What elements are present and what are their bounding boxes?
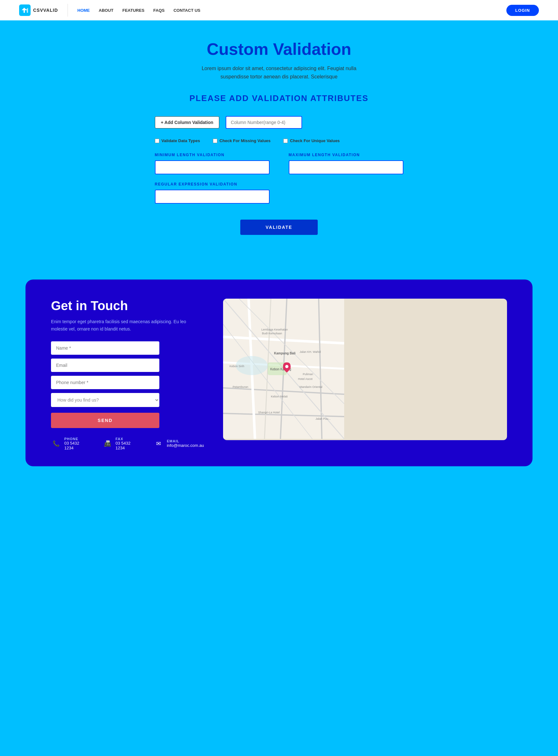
nav-logo-icon xyxy=(19,4,31,16)
contact-email-info: ✉ EMAIL info@maroc.com.au xyxy=(153,437,204,450)
contact-title: Get in Touch xyxy=(51,299,204,313)
phone-icon: 📞 xyxy=(51,438,61,449)
nav-links: HOME ABOUT FEATURES FAQS CONTACT US xyxy=(77,8,506,13)
phone-info-text: PHONE 03 5432 1234 xyxy=(65,437,90,450)
contact-info-row: 📞 PHONE 03 5432 1234 📠 FAX 03 5432 1234 … xyxy=(51,437,204,450)
svg-text:Lembaga Kesehatan: Lembaga Kesehatan xyxy=(261,328,288,331)
svg-text:Petamburan: Petamburan xyxy=(233,385,248,388)
fax-icon: 📠 xyxy=(102,438,112,449)
validate-data-types-label: Validate Data Types xyxy=(161,138,200,143)
nav-link-contact[interactable]: CONTACT US xyxy=(173,8,200,13)
add-column-button[interactable]: + Add Column Validation xyxy=(155,116,220,128)
svg-text:Kampung Bali: Kampung Bali xyxy=(274,352,296,355)
missing-values-label: Check For Missing Values xyxy=(220,138,271,143)
svg-text:Jalan Puu...: Jalan Puu... xyxy=(315,417,331,420)
email-icon: ✉ xyxy=(153,438,163,449)
contact-source-select[interactable]: How did you find us? Google Social Media… xyxy=(51,393,159,407)
main-section: Custom Validation Lorem ipsum dolor sit … xyxy=(0,20,558,260)
unique-values-checkbox[interactable] xyxy=(283,138,288,143)
email-label: EMAIL xyxy=(167,439,204,443)
regex-input[interactable] xyxy=(155,190,270,204)
nav-divider xyxy=(68,4,68,17)
contact-description: Enim tempor eget pharetra facilisis sed … xyxy=(51,318,204,332)
login-button[interactable]: LOGIN xyxy=(506,5,539,16)
validation-form-container: + Add Column Validation Validate Data Ty… xyxy=(136,116,423,235)
hero-subtitle: Lorem ipsum dolor sit amet, consectetur … xyxy=(196,65,362,81)
fax-label: FAX xyxy=(116,437,141,441)
unique-values-label: Check For Unique Values xyxy=(290,138,340,143)
contact-email-input[interactable] xyxy=(51,358,159,372)
nav-link-features[interactable]: FEATURES xyxy=(122,8,144,13)
max-length-input[interactable] xyxy=(289,160,403,174)
validate-data-types-checkbox[interactable] xyxy=(155,138,159,143)
min-length-group: MINIMUM LENGTH VALIDATION xyxy=(155,153,270,174)
svg-point-29 xyxy=(285,365,288,368)
length-validation-row: MINIMUM LENGTH VALIDATION MAXIMUM LENGTH… xyxy=(155,153,403,174)
checkbox-unique-values[interactable]: Check For Unique Values xyxy=(283,138,340,143)
svg-text:Kebon Melati: Kebon Melati xyxy=(271,395,288,398)
send-button[interactable]: SEND xyxy=(51,413,159,428)
regex-label: REGULAR EXPRESSION VALIDATION xyxy=(155,182,403,186)
svg-text:Puliman: Puliman xyxy=(303,373,313,376)
email-value: info@maroc.com.au xyxy=(167,443,204,448)
contact-name-input[interactable] xyxy=(51,341,159,355)
fax-info-text: FAX 03 5432 1234 xyxy=(116,437,141,450)
max-length-label: MAXIMUM LENGTH VALIDATION xyxy=(289,153,403,157)
map-container: Lembaga Kesehatan Budi Kemuliaan Kampung… xyxy=(223,299,507,440)
email-info-text: EMAIL info@maroc.com.au xyxy=(167,439,204,448)
svg-text:Budi Kemuliaan: Budi Kemuliaan xyxy=(262,332,282,335)
svg-text:Shangri-La Hotel: Shangri-La Hotel xyxy=(258,411,280,414)
column-number-input[interactable] xyxy=(226,116,302,129)
missing-values-checkbox[interactable] xyxy=(213,138,217,143)
phone-label: PHONE xyxy=(65,437,90,441)
hero-title: Custom Validation xyxy=(0,40,558,59)
checkboxes-row: Validate Data Types Check For Missing Va… xyxy=(155,138,403,143)
checkbox-validate-data-types[interactable]: Validate Data Types xyxy=(155,138,200,143)
contact-phone-info: 📞 PHONE 03 5432 1234 xyxy=(51,437,90,450)
svg-text:Mandarin Oriental: Mandarin Oriental xyxy=(300,385,323,388)
nav-link-home[interactable]: HOME xyxy=(77,8,90,13)
min-length-label: MINIMUM LENGTH VALIDATION xyxy=(155,153,270,157)
nav-link-faqs[interactable]: FAQS xyxy=(153,8,164,13)
nav-link-about[interactable]: ABOUT xyxy=(99,8,113,13)
navbar: CSVVALID HOME ABOUT FEATURES FAQS CONTAC… xyxy=(0,0,558,20)
nav-brand: CSVVALID xyxy=(19,4,58,16)
validation-heading: PLEASE ADD VALIDATION ATTRIBUTES xyxy=(0,93,558,103)
validate-btn-container: VALIDATE xyxy=(155,220,403,235)
max-length-group: MAXIMUM LENGTH VALIDATION xyxy=(289,153,403,174)
contact-form: How did you find us? Google Social Media… xyxy=(51,341,204,428)
phone-value: 03 5432 1234 xyxy=(65,441,90,450)
regex-row: REGULAR EXPRESSION VALIDATION xyxy=(155,182,403,204)
contact-section: Get in Touch Enim tempor eget pharetra f… xyxy=(25,279,533,466)
min-length-input[interactable] xyxy=(155,160,270,174)
contact-fax-info: 📠 FAX 03 5432 1234 xyxy=(102,437,141,450)
nav-brand-label: CSVVALID xyxy=(33,8,58,13)
contact-phone-input[interactable] xyxy=(51,376,159,389)
validate-button[interactable]: VALIDATE xyxy=(240,220,318,235)
map-svg: Lembaga Kesehatan Budi Kemuliaan Kampung… xyxy=(223,299,344,439)
svg-text:Jalan KH. Wahid: Jalan KH. Wahid xyxy=(300,350,321,353)
top-controls: + Add Column Validation xyxy=(155,116,403,129)
contact-left: Get in Touch Enim tempor eget pharetra f… xyxy=(51,299,204,450)
fax-value: 03 5432 1234 xyxy=(116,441,141,450)
svg-text:Kebon Sirih: Kebon Sirih xyxy=(229,364,245,368)
svg-text:Hotel Ascot: Hotel Ascot xyxy=(298,377,313,381)
checkbox-missing-values[interactable]: Check For Missing Values xyxy=(213,138,271,143)
